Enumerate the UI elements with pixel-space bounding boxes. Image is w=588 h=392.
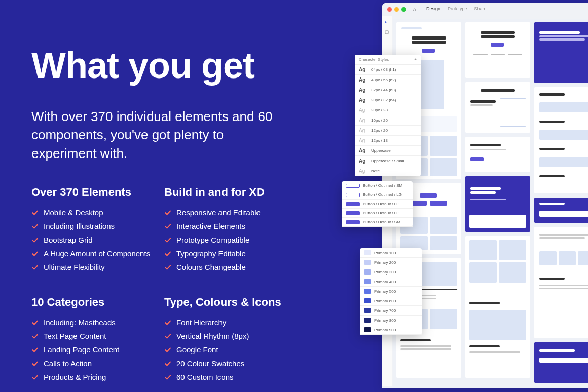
swatch-row: Primary 300 bbox=[360, 267, 422, 277]
feature-item-label: Typography Editable bbox=[176, 249, 246, 258]
feature-item: Bootstrap Grid bbox=[31, 236, 163, 244]
button-chip-icon bbox=[346, 184, 360, 188]
char-style-label: 48px / 56 (h2) bbox=[371, 77, 396, 82]
column-heading: Type, Colours & Icons bbox=[164, 296, 296, 309]
feature-item-label: Vertical Rhythm (8px) bbox=[176, 332, 249, 340]
panel-header: Character Styles+ bbox=[355, 55, 421, 65]
swatch-row: Primary 200 bbox=[360, 258, 422, 267]
check-icon bbox=[31, 346, 39, 354]
check-icon bbox=[164, 209, 171, 216]
button-style-label: Button / Outlined / LG bbox=[363, 192, 402, 197]
swatches-panel: Primary 100Primary 200Primary 300Primary… bbox=[360, 248, 422, 335]
feature-item: 20 Colour Swatches bbox=[164, 359, 296, 368]
color-swatch-icon bbox=[364, 289, 371, 294]
button-style-row: Button / Default / SM bbox=[342, 218, 413, 227]
feature-item: Text Page Content bbox=[31, 332, 163, 340]
char-style-row: Ag16px / 26 bbox=[355, 115, 421, 126]
char-style-label: 12px / 18 bbox=[371, 138, 388, 143]
type-sample-icon: Ag bbox=[359, 107, 368, 113]
color-swatch-icon bbox=[364, 308, 371, 313]
swatch-label: Primary 700 bbox=[374, 308, 396, 313]
close-icon bbox=[387, 7, 392, 12]
app-tab: Prototype bbox=[448, 6, 467, 12]
select-tool-icon: ▸ bbox=[385, 19, 390, 24]
feature-item-label: Font Hierarchy bbox=[176, 318, 226, 327]
check-icon bbox=[164, 374, 171, 381]
feature-item: Responsive and Editable bbox=[164, 208, 296, 217]
check-icon bbox=[164, 360, 171, 367]
char-style-row: Ag48px / 56 (h2) bbox=[355, 75, 421, 85]
type-sample-icon: Ag bbox=[359, 87, 368, 93]
type-sample-icon: Ag bbox=[359, 128, 368, 133]
check-icon bbox=[31, 209, 39, 216]
swatch-label: Primary 500 bbox=[374, 289, 396, 294]
char-style-label: Uppercase bbox=[371, 148, 391, 153]
button-chip-icon bbox=[346, 220, 360, 224]
app-tab: Design bbox=[426, 6, 440, 12]
swatch-row: Primary 600 bbox=[360, 296, 422, 306]
feature-item-label: A Huge Amount of Components bbox=[44, 249, 150, 258]
feature-item: Ultimate Flexibility bbox=[31, 263, 163, 271]
char-style-row: Ag12px / 18 bbox=[355, 136, 421, 146]
check-icon bbox=[31, 360, 39, 367]
character-styles-panel: Character Styles+ Ag64px / 68 (h1)Ag48px… bbox=[355, 55, 421, 176]
button-style-label: Button / Default / SM bbox=[363, 220, 400, 224]
swatch-row: Primary 500 bbox=[360, 287, 422, 296]
feature-item-label: Text Page Content bbox=[44, 332, 106, 340]
type-sample-icon: Ag bbox=[359, 77, 368, 83]
char-style-label: Uppercase / Small bbox=[371, 159, 404, 163]
char-style-label: 16px / 26 bbox=[371, 118, 388, 123]
maximize-icon bbox=[401, 7, 406, 12]
color-swatch-icon bbox=[364, 298, 371, 303]
feature-item-label: Colours Changeable bbox=[176, 263, 246, 271]
swatch-row: Primary 400 bbox=[360, 277, 422, 287]
feature-item-label: Including: Mastheads bbox=[44, 318, 116, 327]
preview-collage: ⌂ DesignPrototypeShare ▸ ▢ bbox=[335, 0, 588, 392]
feature-columns: Over 370 ElementsMobile & DesktopIncludi… bbox=[31, 186, 315, 386]
char-style-label: Note bbox=[371, 169, 380, 173]
feature-item-label: Landing Page Content bbox=[44, 345, 119, 354]
feature-item-label: Prototype Compatible bbox=[176, 236, 249, 244]
feature-item: Including Illustrations bbox=[31, 222, 163, 230]
color-swatch-icon bbox=[364, 260, 371, 265]
type-sample-icon: Ag bbox=[359, 97, 368, 103]
app-tab: Share bbox=[474, 6, 487, 12]
check-icon bbox=[31, 333, 39, 340]
home-icon: ⌂ bbox=[413, 7, 416, 12]
check-icon bbox=[164, 346, 171, 354]
minimize-icon bbox=[394, 7, 399, 12]
button-style-row: Button / Default / LG bbox=[342, 209, 413, 218]
feature-item: Products & Pricing bbox=[31, 373, 163, 381]
feature-item: A Huge Amount of Components bbox=[31, 249, 163, 258]
color-swatch-icon bbox=[364, 269, 371, 275]
feature-item: Colours Changeable bbox=[164, 263, 296, 271]
feature-item: Interactive Elements bbox=[164, 222, 296, 230]
color-swatch-icon bbox=[364, 250, 371, 255]
feature-item: Google Font bbox=[164, 345, 296, 354]
traffic-lights bbox=[387, 7, 406, 12]
feature-item: Landing Page Content bbox=[31, 345, 163, 354]
button-chip-icon bbox=[346, 193, 360, 197]
buttons-panel: Button / Outlined / SMButton / Outlined … bbox=[342, 181, 413, 227]
button-style-label: Button / Default / LG bbox=[363, 211, 399, 215]
feature-item-label: Calls to Action bbox=[44, 359, 92, 368]
column-heading: Over 370 Elements bbox=[31, 186, 163, 199]
feature-item: Mobile & Desktop bbox=[31, 208, 163, 217]
char-style-row: Ag20px / 28 bbox=[355, 105, 421, 115]
char-style-row: Ag32px / 44 (h3) bbox=[355, 85, 421, 95]
color-swatch-icon bbox=[364, 318, 371, 323]
feature-item: Font Hierarchy bbox=[164, 318, 296, 327]
swatch-row: Primary 700 bbox=[360, 306, 422, 316]
char-style-label: 12px / 20 bbox=[371, 128, 388, 133]
swatch-label: Primary 600 bbox=[374, 299, 396, 303]
button-style-label: Button / Outlined / SM bbox=[363, 183, 402, 188]
check-icon bbox=[31, 237, 39, 244]
button-style-label: Button / Default / LG bbox=[363, 202, 399, 206]
feature-column: Type, Colours & IconsFont HierarchyVerti… bbox=[164, 296, 296, 386]
char-style-row: AgUppercase bbox=[355, 146, 421, 156]
rect-tool-icon: ▢ bbox=[385, 29, 390, 34]
feature-item-label: 20 Colour Swatches bbox=[176, 359, 244, 368]
feature-item-label: Responsive and Editable bbox=[176, 208, 261, 217]
char-style-row: AgNote bbox=[355, 166, 421, 176]
feature-item: Vertical Rhythm (8px) bbox=[164, 332, 296, 340]
